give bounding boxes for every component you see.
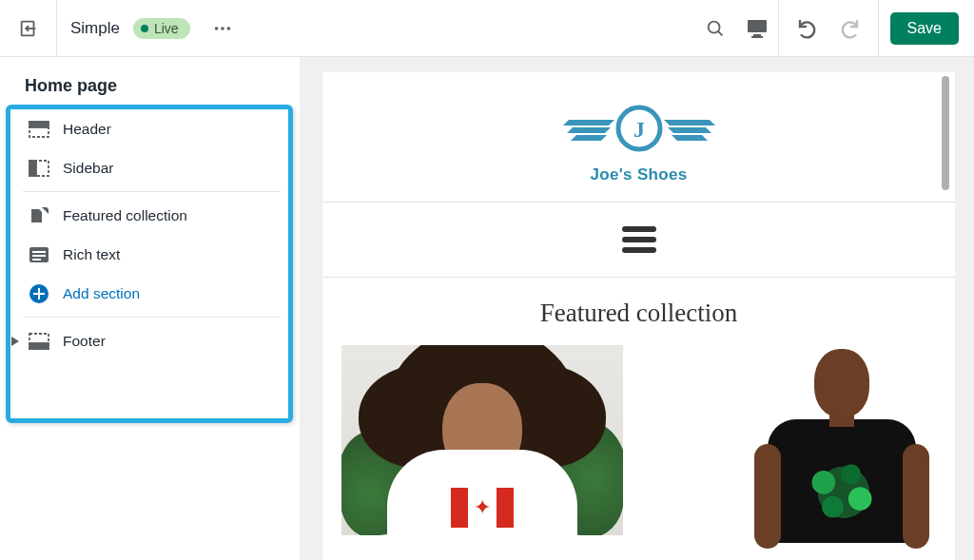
svg-marker-28 [668,127,711,133]
search-button[interactable] [694,8,736,49]
desktop-icon [746,18,769,39]
svg-rect-12 [29,161,36,176]
preview-scrollbar[interactable] [942,76,949,190]
svg-rect-7 [748,20,767,32]
svg-marker-25 [567,127,611,133]
svg-marker-29 [672,135,708,141]
status-dot-icon [141,25,148,32]
product-card[interactable] [747,345,936,535]
history-group [778,0,879,56]
svg-point-3 [221,27,224,30]
featured-collection-title: Featured collection [322,299,955,328]
add-section-button[interactable]: Add section [0,274,300,313]
store-logo-icon: J [563,99,715,158]
section-item-label: Header [63,121,111,138]
section-item-header[interactable]: Header [0,109,300,148]
product-card[interactable]: ✦ [341,345,623,535]
dots-horizontal-icon [212,18,233,39]
svg-point-2 [214,27,218,30]
svg-marker-21 [11,337,19,346]
page-title: Home page [0,57,300,109]
exit-icon [18,18,39,39]
expand-caret-icon[interactable] [11,333,19,350]
section-list-panel: Home page Header Sidebar [0,57,300,560]
svg-rect-16 [32,255,46,257]
svg-rect-8 [753,34,761,36]
product-image [756,345,927,535]
header-section-icon [29,119,49,140]
logo-letter: J [633,117,645,142]
menu-toggle-button[interactable] [622,226,656,253]
product-image: ✦ [341,345,623,535]
rich-text-icon [29,244,49,265]
search-icon [705,18,726,39]
store-header: J Joe's Shoes [322,72,955,202]
viewport-desktop-button[interactable] [736,8,778,49]
editor-topbar: Simple Live [0,0,974,57]
svg-rect-20 [33,293,45,295]
section-item-sidebar[interactable]: Sidebar [0,148,300,187]
plus-circle-icon [29,283,49,304]
section-item-rich-text[interactable]: Rich text [0,235,300,274]
section-item-label: Featured collection [63,207,187,224]
svg-rect-15 [32,251,46,253]
undo-icon [796,17,819,40]
section-divider [23,317,281,318]
footer-section-icon [29,331,49,352]
section-item-label: Footer [63,333,106,350]
svg-point-5 [708,21,719,32]
section-item-label: Sidebar [63,160,113,177]
section-item-footer[interactable]: Footer [0,321,300,360]
svg-point-4 [226,27,230,30]
store-nav [322,202,955,278]
theme-name: Simple [57,19,133,38]
section-item-label: Add section [63,285,140,302]
svg-line-6 [717,30,721,34]
featured-collection-grid: ✦ [322,345,955,535]
sidebar-section-icon [29,158,49,179]
undo-button[interactable] [787,8,828,49]
store-name[interactable]: Joe's Shoes [591,165,688,184]
more-actions-button[interactable] [205,11,240,46]
svg-marker-24 [563,120,614,126]
hamburger-icon [622,226,656,232]
theme-status-badge: Live [133,18,190,39]
section-divider [23,191,281,192]
svg-marker-26 [571,135,607,141]
collection-icon [29,205,49,226]
storefront-preview[interactable]: J Joe's Shoes Featured collection [322,72,955,560]
preview-area: J Joe's Shoes Featured collection [300,57,974,560]
redo-icon [838,17,861,40]
svg-rect-9 [751,36,763,38]
save-button[interactable]: Save [890,12,959,45]
section-item-featured-collection[interactable]: Featured collection [0,196,300,235]
svg-marker-27 [664,120,715,126]
status-label: Live [154,21,179,36]
svg-rect-17 [32,259,41,261]
section-item-label: Rich text [63,246,120,263]
editor-main: Home page Header Sidebar [0,57,974,560]
exit-editor-button[interactable] [0,0,57,56]
redo-button[interactable] [828,8,870,49]
